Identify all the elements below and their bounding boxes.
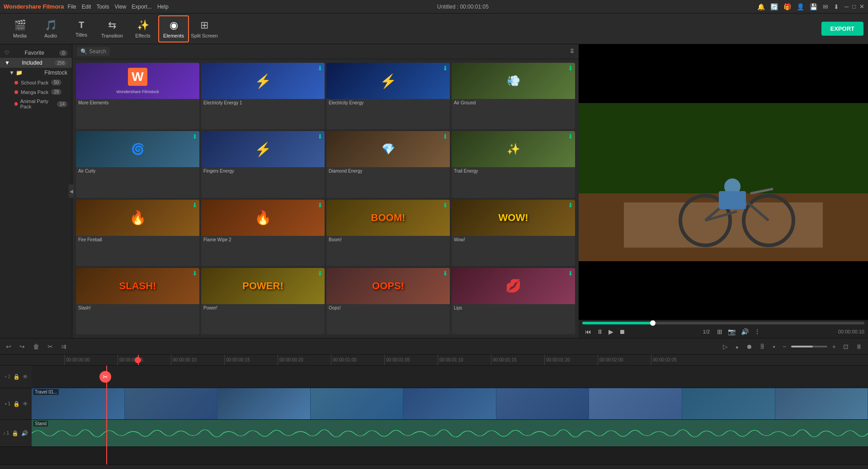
toolbar-titles[interactable]: T Titles (66, 15, 97, 42)
maximize-btn[interactable]: □ (852, 3, 856, 10)
more-preview-btn[interactable]: ⋮ (751, 327, 763, 336)
curly-download-icon[interactable]: ⬇ (192, 133, 198, 140)
menu-view[interactable]: View (114, 4, 126, 10)
render-btn[interactable]: ▷ (721, 342, 730, 351)
element-diamond-energy[interactable]: 💎 ⬇ Diamond Energy (326, 131, 450, 197)
undo-btn[interactable]: ↩ (4, 342, 14, 351)
video-track-content[interactable]: Travel 01... (32, 388, 868, 419)
element-electricity1[interactable]: ⚡ ⬇ Electricity Energy 1 (201, 63, 325, 129)
element-slash[interactable]: SLASH! ⬇ Slash! (76, 268, 199, 334)
element-oops[interactable]: OOPS! ⬇ Oops! (326, 268, 450, 334)
grid-options-icon[interactable]: ⠿ (570, 48, 574, 55)
elements-lock-btn[interactable]: 🔒 (13, 374, 20, 380)
preview-prev-btn[interactable]: ⏮ (582, 327, 594, 336)
download-icon[interactable]: ⬇ (834, 3, 839, 10)
fullscreen-btn[interactable]: ⊞ (714, 327, 725, 336)
record-btn[interactable]: ⏺ (744, 342, 755, 351)
mail-icon[interactable]: ✉ (823, 3, 828, 10)
preview-pause-btn[interactable]: ⏸ (594, 327, 606, 336)
search-box[interactable]: 🔍 Search (77, 47, 110, 56)
toolbar-media[interactable]: 🎬 Media (5, 15, 35, 42)
element-trail-energy[interactable]: ✨ ⬇ Trail Energy (452, 131, 575, 197)
air-download-icon[interactable]: ⬇ (568, 65, 573, 72)
sidebar-included[interactable]: ▼ Included 256 (0, 58, 72, 68)
refresh-icon[interactable]: 🔄 (770, 3, 778, 10)
audio-adj-btn[interactable]: 🎚 (757, 342, 768, 351)
elec2-label: Electricity Energy (326, 99, 450, 107)
boom-download-icon[interactable]: ⬇ (443, 202, 448, 209)
elec1-download-icon[interactable]: ⬇ (317, 65, 323, 72)
flame-download-icon[interactable]: ⬇ (317, 202, 323, 209)
toolbar-splitscreen[interactable]: ⊞ Split Screen (189, 15, 220, 42)
elements-eye-btn[interactable]: 👁 (23, 374, 28, 380)
menu-export[interactable]: Export... (132, 4, 152, 10)
audio-mute-btn[interactable]: 🔊 (21, 430, 28, 436)
element-wow[interactable]: WOW! ⬇ Wow! (452, 200, 575, 266)
preview-timeline-bar[interactable] (582, 322, 864, 324)
element-electricity2[interactable]: ⚡ ⬇ Electricity Energy (326, 63, 450, 129)
export-button[interactable]: EXPORT (821, 22, 863, 36)
audio-lock-btn[interactable]: 🔒 (12, 430, 19, 436)
diamond-download-icon[interactable]: ⬇ (443, 133, 448, 140)
lips-download-icon[interactable]: ⬇ (568, 270, 573, 277)
delete-btn[interactable]: 🗑 (31, 342, 42, 351)
zoom-slider[interactable] (791, 346, 827, 347)
split-btn[interactable]: ▪ (771, 342, 778, 351)
user-icon[interactable]: 👤 (797, 3, 804, 10)
cut-btn[interactable]: ✂ (45, 342, 55, 351)
toolbar-audio[interactable]: 🎵 Audio (35, 15, 66, 42)
menu-tools[interactable]: Tools (96, 4, 109, 10)
trail-download-icon[interactable]: ⬇ (568, 133, 573, 140)
menu-edit[interactable]: Edit (82, 4, 91, 10)
element-flame-wipe[interactable]: 🔥 ⬇ Flame Wipe 2 (201, 200, 325, 266)
wow-download-icon[interactable]: ⬇ (568, 202, 573, 209)
element-power[interactable]: POWER! ⬇ Power! (201, 268, 325, 334)
fit-btn[interactable]: ⊡ (841, 342, 851, 351)
sidebar-animal-party[interactable]: Animal Party Pack 14 (5, 97, 72, 111)
close-btn[interactable]: ✕ (859, 3, 864, 10)
element-boom[interactable]: BOOM! ⬇ Boom! (326, 200, 450, 266)
mark-in-btn[interactable]: ⬥ (733, 342, 741, 351)
element-more-elements[interactable]: W Wondershare Filmstock More Elements (76, 63, 199, 129)
menu-file[interactable]: File (67, 4, 76, 10)
save-icon[interactable]: 💾 (810, 3, 817, 10)
menu-help[interactable]: Help (157, 4, 169, 10)
element-lips[interactable]: 💋 ⬇ Lips (452, 268, 575, 334)
oops-download-icon[interactable]: ⬇ (443, 270, 448, 277)
power-download-icon[interactable]: ⬇ (317, 270, 323, 277)
preview-play-btn[interactable]: ▶ (606, 327, 616, 336)
element-air-ground[interactable]: 💨 ⬇ Air Ground (452, 63, 575, 129)
redo-btn[interactable]: ↪ (17, 342, 27, 351)
gift-icon[interactable]: 🎁 (783, 3, 791, 10)
elec2-download-icon[interactable]: ⬇ (443, 65, 448, 72)
element-fireball[interactable]: 🔥 ⬇ Fire Fireball (76, 200, 199, 266)
pause-record-btn[interactable]: ⏸ (854, 342, 864, 351)
toolbar-effects[interactable]: ✨ Effects (127, 15, 158, 42)
fireball-download-icon[interactable]: ⬇ (192, 202, 198, 209)
sidebar-filmstock[interactable]: ▼ 📁 Filmstock (5, 68, 72, 78)
fingers-download-icon[interactable]: ⬇ (317, 133, 323, 140)
minimize-btn[interactable]: ─ (844, 3, 849, 10)
menu-bar[interactable]: File Edit Tools View Export... Help (67, 4, 168, 10)
sidebar-collapse-arrow[interactable]: ◀ (69, 184, 74, 198)
notification-icon[interactable]: 🔔 (757, 3, 765, 10)
elements-track-content[interactable]: ✂ (32, 366, 868, 388)
timeline-bottom-scrollbar[interactable] (0, 464, 868, 469)
element-fingers-energy[interactable]: ⚡ ⬇ Fingers Energy (201, 131, 325, 197)
plus-zoom-btn[interactable]: + (830, 342, 838, 351)
snapshot-btn[interactable]: 📷 (725, 327, 738, 336)
ripple-btn[interactable]: ⇉ (59, 342, 69, 351)
element-air-curly[interactable]: 🌀 ⬇ Air Curly (76, 131, 199, 197)
preview-stop-btn[interactable]: ⏹ (616, 327, 628, 336)
toolbar-elements[interactable]: ◉ Elements (158, 15, 189, 42)
sidebar-manga-pack[interactable]: Manga Pack 28 (5, 87, 72, 97)
volume-btn[interactable]: 🔊 (738, 327, 751, 336)
video-lock-btn[interactable]: 🔒 (13, 401, 20, 407)
sidebar-favorite[interactable]: ♡ Favorite 0 (0, 48, 72, 58)
audio-track-content[interactable]: Stand (32, 420, 868, 446)
sidebar-school-pack[interactable]: School Pack 50 (5, 78, 72, 87)
slash-download-icon[interactable]: ⬇ (192, 270, 198, 277)
toolbar-transition[interactable]: ⇆ Transition (97, 15, 127, 42)
minus-zoom-btn[interactable]: − (780, 342, 788, 351)
video-eye-btn[interactable]: 👁 (23, 401, 28, 407)
